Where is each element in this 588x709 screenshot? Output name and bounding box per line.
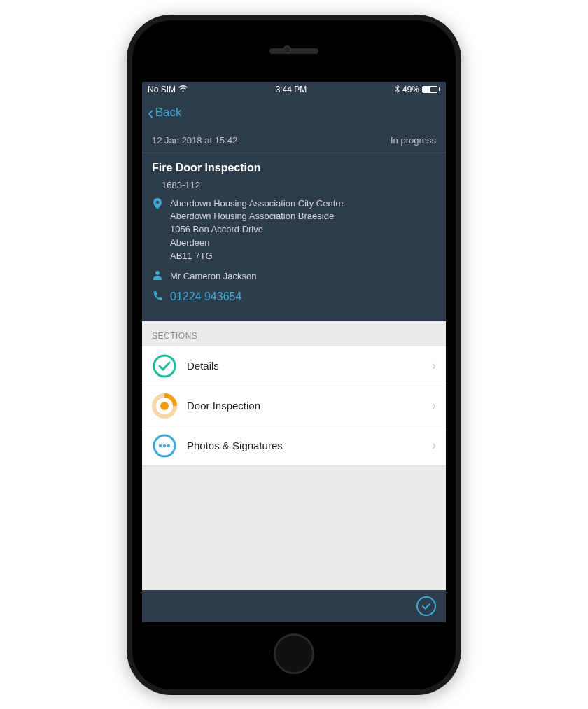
battery-icon	[422, 86, 440, 93]
meta-row: 12 Jan 2018 at 15:42 In progress	[142, 128, 446, 153]
back-button[interactable]: ‹ Back	[148, 104, 181, 122]
reference-number: 1683-112	[162, 180, 436, 190]
phone-number: 01224 943654	[170, 290, 241, 303]
address-line: Aberdeen	[170, 237, 344, 250]
phone-row[interactable]: 01224 943654	[152, 290, 436, 303]
phone-icon	[152, 290, 163, 300]
section-row-photos-signatures[interactable]: Photos & Signatures ›	[142, 426, 446, 466]
spacer	[142, 466, 446, 590]
status-bar: No SIM 3:44 PM 49%	[142, 82, 446, 97]
svg-point-2	[160, 402, 169, 410]
nav-bar: ‹ Back	[142, 97, 446, 128]
address-line: Aberdown Housing Association Braeside	[170, 210, 344, 223]
svg-point-0	[154, 356, 175, 377]
chevron-right-icon: ›	[432, 438, 436, 453]
section-label: Details	[187, 360, 422, 372]
section-label: Door Inspection	[187, 400, 422, 412]
status-right: 49%	[395, 85, 440, 94]
address-text: Aberdown Housing Association City Centre…	[170, 197, 344, 263]
section-row-door-inspection[interactable]: Door Inspection ›	[142, 386, 446, 426]
address-line: 1056 Bon Accord Drive	[170, 223, 344, 237]
wifi-icon	[178, 85, 188, 94]
sections-container: SECTIONS Details ›	[142, 321, 446, 590]
location-pin-icon	[152, 197, 163, 209]
chevron-right-icon: ›	[432, 358, 436, 373]
footer-bar	[142, 590, 446, 622]
check-circle-icon	[152, 353, 177, 379]
carrier-label: No SIM	[148, 85, 176, 94]
address-line: Aberdown Housing Association City Centre	[170, 197, 344, 211]
section-label: Photos & Signatures	[187, 440, 422, 451]
chevron-right-icon: ›	[432, 398, 436, 413]
info-block: Fire Door Inspection 1683-112 Aberdown H…	[142, 153, 446, 321]
phone-inner: No SIM 3:44 PM 49%	[132, 20, 456, 689]
svg-point-4	[159, 444, 162, 447]
clock: 3:44 PM	[276, 85, 307, 94]
complete-button[interactable]	[416, 596, 436, 616]
sections-header: SECTIONS	[142, 321, 446, 346]
phone-frame: No SIM 3:44 PM 49%	[127, 15, 461, 695]
earpiece	[270, 48, 318, 54]
home-button[interactable]	[274, 633, 314, 674]
bluetooth-icon	[395, 85, 400, 94]
chevron-left-icon: ‹	[148, 104, 154, 122]
svg-point-5	[163, 444, 166, 447]
meta-datetime: 12 Jan 2018 at 15:42	[152, 135, 237, 146]
back-label: Back	[155, 106, 182, 120]
person-icon	[152, 270, 163, 280]
contact-name: Mr Cameron Jackson	[170, 270, 257, 283]
address-row: Aberdown Housing Association City Centre…	[152, 197, 436, 263]
meta-status: In progress	[391, 135, 436, 146]
svg-point-6	[167, 444, 170, 447]
address-line: AB11 7TG	[170, 250, 344, 263]
progress-circle-icon	[152, 393, 177, 419]
dots-circle-icon	[152, 433, 177, 458]
section-row-details[interactable]: Details ›	[142, 346, 446, 386]
battery-pct: 49%	[402, 85, 419, 94]
front-camera	[283, 45, 291, 54]
status-left: No SIM	[148, 85, 188, 94]
screen: No SIM 3:44 PM 49%	[142, 82, 446, 622]
page-title: Fire Door Inspection	[152, 162, 436, 174]
contact-row: Mr Cameron Jackson	[152, 270, 436, 283]
